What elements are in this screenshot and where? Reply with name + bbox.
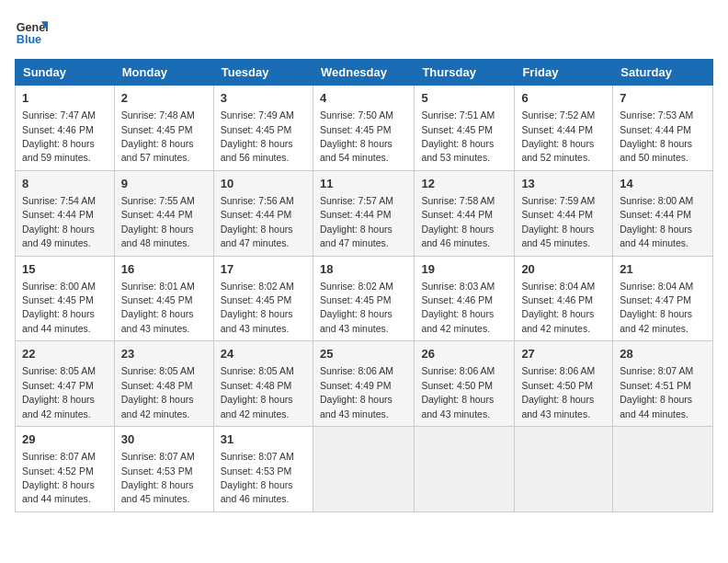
day-number: 6 [521, 90, 606, 107]
table-row: 7Sunrise: 7:53 AMSunset: 4:44 PMDaylight… [613, 86, 713, 171]
day-info: Sunrise: 8:05 AMSunset: 4:48 PMDaylight:… [221, 365, 294, 419]
col-friday: Friday [515, 60, 613, 86]
table-row: 30Sunrise: 8:07 AMSunset: 4:53 PMDayligh… [114, 427, 213, 512]
day-info: Sunrise: 8:06 AMSunset: 4:50 PMDaylight:… [521, 365, 595, 419]
day-number: 20 [521, 261, 606, 278]
calendar-header-row: Sunday Monday Tuesday Wednesday Thursday… [16, 60, 713, 86]
table-row: 28Sunrise: 8:07 AMSunset: 4:51 PMDayligh… [613, 341, 713, 427]
day-info: Sunrise: 8:01 AMSunset: 4:45 PMDaylight:… [121, 281, 195, 334]
day-number: 29 [22, 431, 108, 448]
day-number: 17 [221, 261, 306, 278]
day-number: 5 [421, 90, 507, 107]
day-info: Sunrise: 8:00 AMSunset: 4:44 PMDaylight:… [620, 195, 693, 248]
day-number: 28 [620, 346, 706, 362]
table-row: 22Sunrise: 8:05 AMSunset: 4:47 PMDayligh… [16, 341, 115, 427]
day-info: Sunrise: 7:57 AMSunset: 4:44 PMDaylight:… [320, 195, 393, 248]
calendar-week-row: 29Sunrise: 8:07 AMSunset: 4:52 PMDayligh… [16, 427, 713, 512]
day-info: Sunrise: 8:07 AMSunset: 4:53 PMDaylight:… [221, 451, 294, 504]
day-number: 13 [521, 176, 606, 192]
day-number: 30 [121, 431, 207, 448]
calendar-week-row: 15Sunrise: 8:00 AMSunset: 4:45 PMDayligh… [16, 256, 713, 341]
day-number: 25 [320, 346, 407, 362]
col-sunday: Sunday [16, 60, 115, 86]
table-row: 6Sunrise: 7:52 AMSunset: 4:44 PMDaylight… [515, 86, 613, 171]
logo-icon: General Blue [15, 15, 48, 48]
table-row: 31Sunrise: 8:07 AMSunset: 4:53 PMDayligh… [213, 427, 313, 512]
day-number: 22 [22, 346, 108, 362]
day-info: Sunrise: 7:47 AMSunset: 4:46 PMDaylight:… [22, 109, 96, 163]
day-number: 26 [421, 346, 507, 362]
col-tuesday: Tuesday [213, 60, 313, 86]
col-saturday: Saturday [613, 60, 713, 86]
table-row: 1Sunrise: 7:47 AMSunset: 4:46 PMDaylight… [16, 86, 115, 171]
day-info: Sunrise: 7:51 AMSunset: 4:45 PMDaylight:… [421, 109, 495, 163]
day-info: Sunrise: 7:50 AMSunset: 4:45 PMDaylight:… [320, 109, 393, 163]
day-number: 1 [22, 90, 108, 107]
day-info: Sunrise: 8:03 AMSunset: 4:46 PMDaylight:… [421, 281, 495, 334]
day-info: Sunrise: 8:05 AMSunset: 4:47 PMDaylight:… [22, 365, 96, 419]
calendar-week-row: 8Sunrise: 7:54 AMSunset: 4:44 PMDaylight… [16, 170, 713, 256]
day-number: 10 [221, 176, 306, 192]
day-number: 12 [421, 176, 507, 192]
table-row: 18Sunrise: 8:02 AMSunset: 4:45 PMDayligh… [313, 256, 414, 341]
col-monday: Monday [114, 60, 213, 86]
table-row: 25Sunrise: 8:06 AMSunset: 4:49 PMDayligh… [313, 341, 414, 427]
table-row: 24Sunrise: 8:05 AMSunset: 4:48 PMDayligh… [213, 341, 313, 427]
day-info: Sunrise: 8:06 AMSunset: 4:49 PMDaylight:… [320, 365, 393, 419]
day-number: 9 [121, 176, 207, 192]
table-row: 3Sunrise: 7:49 AMSunset: 4:45 PMDaylight… [213, 86, 313, 171]
day-info: Sunrise: 8:02 AMSunset: 4:45 PMDaylight:… [221, 281, 294, 334]
day-info: Sunrise: 8:05 AMSunset: 4:48 PMDaylight:… [121, 365, 195, 419]
day-number: 21 [620, 261, 706, 278]
day-number: 11 [320, 176, 407, 192]
day-info: Sunrise: 8:00 AMSunset: 4:45 PMDaylight:… [22, 281, 96, 334]
table-row: 14Sunrise: 8:00 AMSunset: 4:44 PMDayligh… [613, 170, 713, 256]
table-row: 12Sunrise: 7:58 AMSunset: 4:44 PMDayligh… [415, 170, 515, 256]
table-row: 8Sunrise: 7:54 AMSunset: 4:44 PMDaylight… [16, 170, 115, 256]
day-info: Sunrise: 8:07 AMSunset: 4:52 PMDaylight:… [22, 451, 96, 504]
day-info: Sunrise: 7:58 AMSunset: 4:44 PMDaylight:… [421, 195, 495, 248]
day-info: Sunrise: 7:54 AMSunset: 4:44 PMDaylight:… [22, 195, 96, 248]
table-row: 17Sunrise: 8:02 AMSunset: 4:45 PMDayligh… [213, 256, 313, 341]
day-info: Sunrise: 8:04 AMSunset: 4:46 PMDaylight:… [521, 281, 595, 334]
day-number: 24 [221, 346, 306, 362]
table-row: 9Sunrise: 7:55 AMSunset: 4:44 PMDaylight… [114, 170, 213, 256]
table-row [515, 427, 613, 512]
table-row: 2Sunrise: 7:48 AMSunset: 4:45 PMDaylight… [114, 86, 213, 171]
day-number: 2 [121, 90, 207, 107]
day-number: 27 [521, 346, 606, 362]
day-number: 3 [221, 90, 306, 107]
page-header: General Blue [15, 15, 713, 48]
day-number: 18 [320, 261, 407, 278]
table-row: 10Sunrise: 7:56 AMSunset: 4:44 PMDayligh… [213, 170, 313, 256]
day-info: Sunrise: 8:07 AMSunset: 4:53 PMDaylight:… [121, 451, 195, 504]
table-row: 27Sunrise: 8:06 AMSunset: 4:50 PMDayligh… [515, 341, 613, 427]
table-row: 15Sunrise: 8:00 AMSunset: 4:45 PMDayligh… [16, 256, 115, 341]
day-info: Sunrise: 8:02 AMSunset: 4:45 PMDaylight:… [320, 281, 393, 334]
table-row: 16Sunrise: 8:01 AMSunset: 4:45 PMDayligh… [114, 256, 213, 341]
col-wednesday: Wednesday [313, 60, 414, 86]
day-number: 14 [620, 176, 706, 192]
table-row: 13Sunrise: 7:59 AMSunset: 4:44 PMDayligh… [515, 170, 613, 256]
day-number: 7 [620, 90, 706, 107]
day-info: Sunrise: 7:52 AMSunset: 4:44 PMDaylight:… [521, 109, 595, 163]
day-info: Sunrise: 7:48 AMSunset: 4:45 PMDaylight:… [121, 109, 195, 163]
day-info: Sunrise: 7:59 AMSunset: 4:44 PMDaylight:… [521, 195, 595, 248]
col-thursday: Thursday [415, 60, 515, 86]
table-row: 21Sunrise: 8:04 AMSunset: 4:47 PMDayligh… [613, 256, 713, 341]
day-info: Sunrise: 8:06 AMSunset: 4:50 PMDaylight:… [421, 365, 495, 419]
day-number: 31 [221, 431, 306, 448]
table-row: 4Sunrise: 7:50 AMSunset: 4:45 PMDaylight… [313, 86, 414, 171]
table-row: 20Sunrise: 8:04 AMSunset: 4:46 PMDayligh… [515, 256, 613, 341]
calendar-table: Sunday Monday Tuesday Wednesday Thursday… [15, 59, 713, 512]
logo: General Blue [15, 15, 48, 48]
day-info: Sunrise: 7:49 AMSunset: 4:45 PMDaylight:… [221, 109, 294, 163]
table-row [313, 427, 414, 512]
table-row: 11Sunrise: 7:57 AMSunset: 4:44 PMDayligh… [313, 170, 414, 256]
day-number: 19 [421, 261, 507, 278]
table-row [613, 427, 713, 512]
calendar-week-row: 1Sunrise: 7:47 AMSunset: 4:46 PMDaylight… [16, 86, 713, 171]
day-info: Sunrise: 8:07 AMSunset: 4:51 PMDaylight:… [620, 365, 693, 419]
table-row: 26Sunrise: 8:06 AMSunset: 4:50 PMDayligh… [415, 341, 515, 427]
day-number: 8 [22, 176, 108, 192]
